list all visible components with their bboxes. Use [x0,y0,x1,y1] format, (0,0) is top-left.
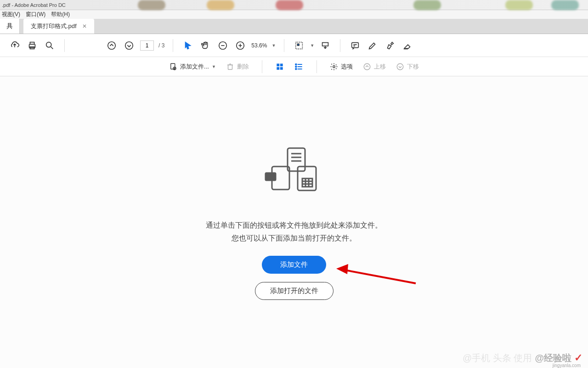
svg-rect-18 [280,67,283,69]
svg-point-4 [108,41,116,49]
options-button[interactable]: 选项 [330,63,353,71]
page-total-label: / 3 [158,42,164,49]
svg-rect-10 [322,42,328,46]
eraser-icon[interactable] [401,39,414,52]
svg-point-3 [46,42,51,47]
titlebar-background [0,0,588,10]
view-list-icon[interactable] [294,62,304,71]
svg-rect-14 [228,65,232,69]
comment-icon[interactable] [349,39,362,52]
tab-close-icon[interactable]: ✕ [82,23,87,29]
page-number-input[interactable] [140,40,154,51]
svg-point-21 [295,68,297,69]
selection-arrow-icon[interactable] [181,39,194,52]
svg-rect-29 [302,178,312,187]
view-tiles-icon[interactable] [275,62,284,71]
svg-rect-27 [266,173,276,180]
add-files-dropdown-icon[interactable]: ▼ [212,64,216,69]
window-titlebar: .pdf - Adobe Acrobat Pro DC [0,0,588,10]
watermark: @手机 头条 使用 @经验啦 ✓ jingyanla.com [463,352,582,364]
svg-rect-9 [298,44,300,46]
menu-view[interactable]: 视图(V) [2,11,20,18]
page-up-icon[interactable] [105,39,118,52]
tab-document[interactable]: 支票打印格式.pdf ✕ [23,19,94,34]
menu-help[interactable]: 帮助(H) [51,11,70,18]
svg-rect-1 [30,42,34,44]
page-down-icon[interactable] [123,39,136,52]
annotation-arrow [335,260,418,290]
scroll-mode-icon[interactable] [319,39,332,52]
menubar: 视图(V) 窗口(W) 帮助(H) [0,10,588,19]
highlight-icon[interactable] [384,39,396,52]
delete-button: 删除 [226,63,249,71]
zoom-dropdown-icon[interactable]: ▼ [271,43,276,48]
svg-point-20 [295,66,297,67]
empty-state-illustration [262,144,326,206]
fit-dropdown-icon[interactable]: ▼ [310,43,314,48]
svg-point-19 [295,63,297,65]
zoom-level-label[interactable]: 53.6% [251,42,267,49]
print-icon[interactable] [26,39,39,52]
main-toolbar: / 3 53.6% ▼ ▼ [0,34,588,57]
content-area: 通过单击下面的按钮或将文件拖放到此处来添加文件。 您也可以从下面添加当前打开的文… [0,76,588,368]
checkmark-icon: ✓ [574,352,582,364]
svg-point-22 [333,65,335,68]
svg-rect-25 [288,148,305,171]
svg-point-23 [364,63,370,70]
window-title: .pdf - Adobe Acrobat Pro DC [2,2,66,8]
svg-rect-17 [277,67,279,69]
upload-cloud-icon[interactable] [8,39,21,52]
tab-document-label: 支票打印格式.pdf [31,22,77,30]
pen-icon[interactable] [366,39,379,52]
svg-point-5 [125,41,133,49]
menu-window[interactable]: 窗口(W) [26,11,45,18]
zoom-out-icon[interactable] [216,39,229,52]
svg-rect-16 [280,63,283,66]
add-open-files-button[interactable]: 添加打开的文件 [255,282,334,300]
zoom-in-icon[interactable] [234,39,247,52]
move-down-button: 下移 [396,63,419,71]
hand-icon[interactable] [199,39,212,52]
svg-rect-15 [277,63,279,66]
move-up-button: 上移 [363,63,386,71]
instruction-text: 通过单击下面的按钮或将文件拖放到此处来添加文件。 您也可以从下面添加当前打开的文… [206,219,382,245]
secondary-toolbar: 添加文件... ▼ 删除 选项 上移 下移 [0,57,588,76]
search-icon[interactable] [43,39,56,52]
add-files-menu[interactable]: 添加文件... ▼ [169,63,216,71]
svg-point-24 [397,63,403,70]
svg-marker-30 [336,264,348,274]
fit-page-icon[interactable] [293,39,305,52]
tab-bar: 具 支票打印格式.pdf ✕ [0,19,588,34]
add-files-button[interactable]: 添加文件 [262,256,326,274]
tab-tools[interactable]: 具 [0,19,20,34]
svg-rect-11 [352,42,359,47]
